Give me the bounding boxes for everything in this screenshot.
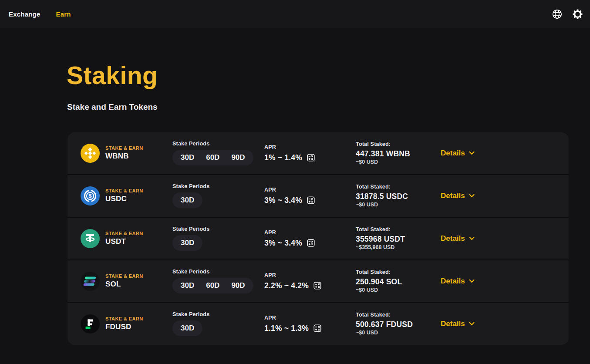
calculator-icon[interactable] <box>307 196 315 204</box>
details-button[interactable]: Details <box>441 149 475 158</box>
staking-row: STAKE & EARN USDT Stake Periods 30D APR … <box>67 217 569 260</box>
token-text: STAKE & EARN WBNB <box>105 145 143 161</box>
period-option[interactable]: 30D <box>181 239 194 247</box>
apr-label: APR <box>264 187 356 193</box>
details-button[interactable]: Details <box>441 192 475 200</box>
staked-cell: Total Staked: 250.904 SOL ~$0 USD <box>356 269 441 293</box>
chevron-down-icon <box>469 279 475 283</box>
calculator-icon[interactable] <box>314 324 321 332</box>
period-option[interactable]: 60D <box>206 153 219 162</box>
period-option[interactable]: 30D <box>181 153 194 162</box>
total-staked-label: Total Staked: <box>356 312 441 318</box>
stake-periods-label: Stake Periods <box>172 226 264 232</box>
stake-earn-label: STAKE & EARN <box>105 273 143 279</box>
globe-icon[interactable] <box>552 9 563 20</box>
stake-periods-group: 30D <box>172 320 202 336</box>
apr-value: 3% ~ 3.4% <box>264 239 302 248</box>
period-option[interactable]: 60D <box>206 281 219 290</box>
token-icon <box>81 229 100 248</box>
chevron-down-icon <box>469 236 475 240</box>
periods-cell: Stake Periods 30D <box>172 183 264 208</box>
calculator-icon[interactable] <box>307 154 315 162</box>
calculator-icon[interactable] <box>314 282 321 290</box>
nav-exchange[interactable]: Exchange <box>9 10 40 18</box>
page-title: Staking <box>67 62 590 89</box>
top-nav: Exchange Earn <box>0 0 590 28</box>
token-name: USDT <box>105 237 143 246</box>
details-label: Details <box>441 234 465 243</box>
stake-periods-group: 30D <box>172 192 202 208</box>
staked-usd: ~$0 USD <box>356 159 441 165</box>
staked-amount: 355968 USDT <box>356 235 441 244</box>
staked-usd: ~$355,968 USD <box>356 244 441 250</box>
token-name: WBNB <box>105 152 143 161</box>
token-text: STAKE & EARN FDUSD <box>105 316 143 331</box>
token-cell: $ STAKE & EARN USDC <box>67 186 172 206</box>
token-icon: $ <box>81 186 100 206</box>
chevron-down-icon <box>469 151 475 155</box>
staking-list: STAKE & EARN WBNB Stake Periods 30D60D90… <box>67 132 569 345</box>
token-cell: STAKE & EARN WBNB <box>67 144 172 163</box>
apr-value: 1.1% ~ 1.3% <box>264 324 309 333</box>
token-cell: STAKE & EARN USDT <box>67 229 172 248</box>
periods-cell: Stake Periods 30D60D90D <box>172 269 264 293</box>
apr-label: APR <box>264 229 356 236</box>
stake-earn-label: STAKE & EARN <box>105 145 143 151</box>
apr-value: 2.2% ~ 4.2% <box>264 281 309 290</box>
staked-usd: ~$0 USD <box>356 202 441 208</box>
total-staked-label: Total Staked: <box>356 226 441 233</box>
token-text: STAKE & EARN USDT <box>105 231 143 246</box>
token-icon <box>81 144 100 163</box>
stake-periods-group: 30D <box>172 235 202 251</box>
apr-cell: APR 1.1% ~ 1.3% <box>264 315 356 333</box>
token-icon <box>81 272 100 291</box>
svg-text:$: $ <box>89 193 92 199</box>
period-option[interactable]: 90D <box>231 153 245 162</box>
gear-icon[interactable] <box>572 9 583 20</box>
details-button[interactable]: Details <box>441 320 475 328</box>
token-name: FDUSD <box>105 323 143 331</box>
calculator-icon[interactable] <box>307 239 315 247</box>
total-staked-label: Total Staked: <box>356 184 441 190</box>
periods-cell: Stake Periods 30D60D90D <box>172 141 264 165</box>
main-content: Staking Stake and Earn Tokens <box>0 62 590 345</box>
staked-cell: Total Staked: 447.381 WBNB ~$0 USD <box>356 141 441 165</box>
apr-cell: APR 2.2% ~ 4.2% <box>264 272 356 290</box>
staked-cell: Total Staked: 355968 USDT ~$355,968 USD <box>356 226 441 250</box>
details-label: Details <box>441 149 465 158</box>
apr-value: 1% ~ 1.4% <box>264 153 302 162</box>
staking-row: $ STAKE & EARN USDC Stake Periods 30D AP… <box>67 174 569 217</box>
token-name: SOL <box>105 280 143 289</box>
staked-amount: 31878.5 USDC <box>356 192 441 201</box>
page-subtitle: Stake and Earn Tokens <box>67 102 590 112</box>
total-staked-label: Total Staked: <box>356 269 441 275</box>
staked-usd: ~$0 USD <box>356 330 441 336</box>
staked-cell: Total Staked: 31878.5 USDC ~$0 USD <box>356 184 441 208</box>
details-cell: Details <box>441 234 569 243</box>
period-option[interactable]: 30D <box>181 196 194 205</box>
apr-cell: APR 3% ~ 3.4% <box>264 187 356 205</box>
staking-row: STAKE & EARN WBNB Stake Periods 30D60D90… <box>67 132 569 174</box>
staked-amount: 250.904 SOL <box>356 277 441 286</box>
period-option[interactable]: 30D <box>181 324 194 333</box>
staked-cell: Total Staked: 500.637 FDUSD ~$0 USD <box>356 312 441 336</box>
details-label: Details <box>441 320 465 328</box>
stake-periods-group: 30D60D90D <box>172 150 253 165</box>
apr-value: 3% ~ 3.4% <box>264 196 302 205</box>
period-option[interactable]: 30D <box>181 281 194 290</box>
stake-periods-label: Stake Periods <box>172 183 264 189</box>
details-cell: Details <box>441 192 569 200</box>
apr-cell: APR 3% ~ 3.4% <box>264 229 356 248</box>
token-icon <box>81 314 100 334</box>
staked-amount: 447.381 WBNB <box>356 149 441 158</box>
details-button[interactable]: Details <box>441 234 475 243</box>
apr-cell: APR 1% ~ 1.4% <box>264 144 356 162</box>
period-option[interactable]: 90D <box>231 281 245 290</box>
token-cell: STAKE & EARN FDUSD <box>67 314 172 334</box>
details-label: Details <box>441 192 465 200</box>
details-cell: Details <box>441 149 569 158</box>
nav-earn[interactable]: Earn <box>56 10 71 18</box>
details-button[interactable]: Details <box>441 277 475 286</box>
apr-label: APR <box>264 315 356 321</box>
periods-cell: Stake Periods 30D <box>172 226 264 251</box>
